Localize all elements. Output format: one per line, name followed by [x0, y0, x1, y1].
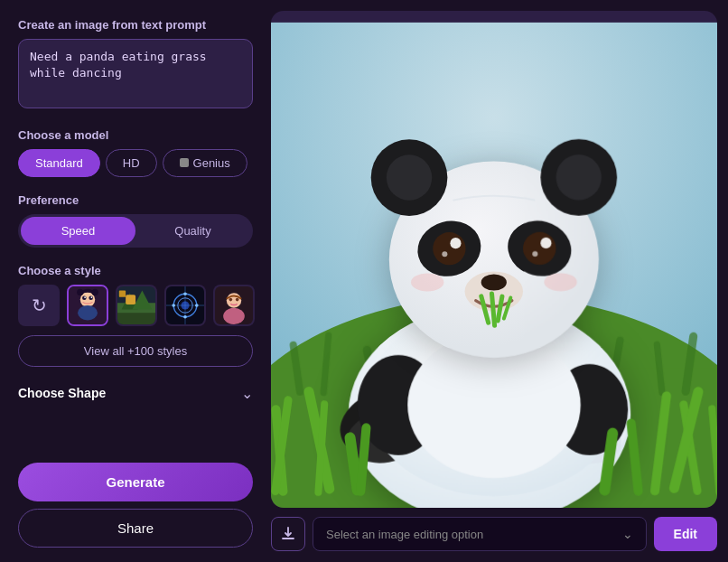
preference-title: Preference	[18, 193, 253, 207]
svg-point-61	[532, 251, 537, 257]
generate-button[interactable]: Generate	[18, 463, 253, 501]
svg-point-59	[540, 238, 551, 248]
preference-toggle: Speed Quality	[18, 214, 253, 248]
model-section: Choose a model Standard HD Genius	[18, 128, 253, 177]
create-section: Create an image from text prompt	[18, 18, 253, 112]
svg-point-22	[183, 292, 187, 295]
chevron-down-icon: ⌄	[241, 385, 253, 402]
svg-rect-15	[119, 290, 126, 296]
scifi-style-preview	[166, 285, 204, 326]
svg-point-57	[523, 232, 555, 265]
genius-icon	[180, 158, 189, 167]
left-panel: Create an image from text prompt Choose …	[0, 0, 271, 562]
prompt-input[interactable]	[18, 39, 253, 108]
svg-point-56	[433, 232, 465, 265]
svg-point-24	[183, 315, 187, 319]
svg-point-63	[481, 274, 507, 290]
svg-point-58	[451, 238, 462, 248]
quality-button[interactable]: Quality	[135, 217, 250, 245]
anime-style-preview	[69, 285, 107, 326]
preference-section: Preference Speed Quality	[18, 193, 253, 248]
generated-image	[271, 11, 717, 508]
style-section: Choose a style ↻	[18, 264, 253, 367]
model-genius-button[interactable]: Genius	[163, 149, 247, 177]
view-all-styles-button[interactable]: View all +100 styles	[18, 335, 253, 367]
speed-button[interactable]: Speed	[21, 217, 135, 245]
model-standard-button[interactable]: Standard	[18, 149, 100, 177]
model-title: Choose a model	[18, 128, 253, 142]
svg-point-69	[544, 273, 576, 291]
bottom-buttons: Generate Share	[18, 463, 253, 548]
svg-point-2	[78, 305, 98, 320]
svg-point-3	[82, 295, 87, 300]
style-anime-button[interactable]	[67, 285, 108, 326]
style-portrait-button[interactable]	[213, 285, 255, 326]
svg-point-25	[172, 304, 175, 307]
dropdown-chevron-icon: ⌄	[622, 527, 633, 541]
edit-button[interactable]: Edit	[654, 517, 717, 551]
shape-section[interactable]: Choose Shape ⌄	[18, 383, 253, 404]
svg-point-5	[84, 296, 86, 298]
style-refresh-button[interactable]: ↻	[18, 285, 60, 326]
share-button[interactable]: Share	[18, 509, 253, 548]
svg-point-68	[411, 273, 443, 291]
svg-point-4	[89, 295, 93, 300]
svg-point-30	[236, 297, 239, 301]
edit-dropdown-text: Select an image editing option	[326, 528, 483, 541]
style-grid: ↻	[18, 285, 253, 326]
svg-rect-14	[126, 295, 135, 304]
landscape-style-preview	[117, 285, 155, 326]
svg-point-53	[556, 155, 602, 200]
edit-option-dropdown[interactable]: Select an image editing option ⌄	[313, 517, 647, 551]
svg-point-23	[195, 304, 199, 307]
style-landscape-button[interactable]	[116, 285, 157, 326]
model-hd-button[interactable]: HD	[106, 149, 157, 177]
svg-point-28	[223, 307, 245, 323]
download-button[interactable]	[271, 517, 305, 551]
create-title: Create an image from text prompt	[18, 18, 253, 32]
right-panel: Select an image editing option ⌄ Edit	[271, 0, 728, 562]
svg-point-29	[229, 297, 233, 301]
svg-point-6	[90, 296, 92, 298]
style-scifi-button[interactable]	[164, 285, 206, 326]
refresh-icon: ↻	[32, 295, 47, 316]
download-icon	[280, 526, 296, 542]
portrait-style-preview	[215, 285, 253, 326]
edit-bar: Select an image editing option ⌄ Edit	[271, 517, 717, 551]
shape-title: Choose Shape	[18, 386, 106, 400]
svg-point-60	[443, 251, 448, 257]
model-buttons: Standard HD Genius	[18, 149, 253, 177]
svg-point-52	[387, 155, 432, 200]
style-title: Choose a style	[18, 264, 253, 277]
panda-image-svg	[271, 11, 717, 508]
